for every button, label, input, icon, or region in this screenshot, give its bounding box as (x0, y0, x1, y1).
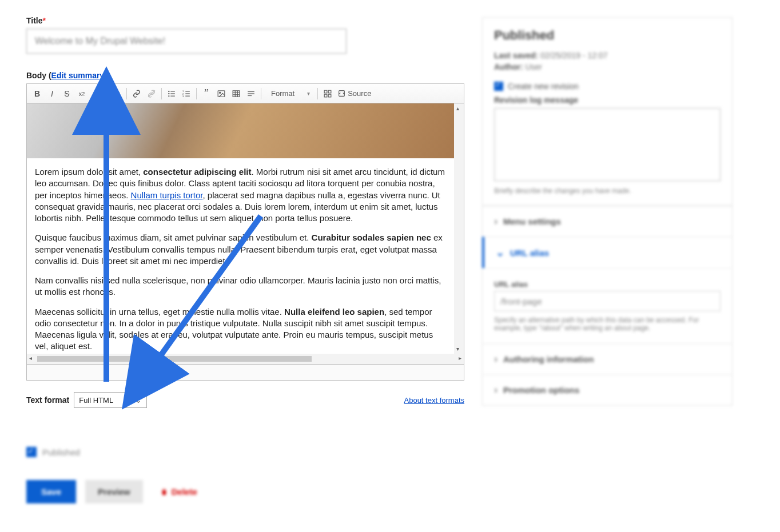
link-icon[interactable] (130, 87, 144, 101)
strike-icon[interactable]: S (60, 87, 74, 101)
published-checkbox-label: Published (42, 447, 80, 457)
revision-help: Briefly describe the changes you have ma… (494, 187, 721, 195)
svg-rect-12 (185, 95, 190, 96)
svg-rect-25 (324, 94, 327, 97)
svg-point-1 (168, 90, 169, 91)
url-alias-input[interactable] (494, 291, 721, 311)
editor-body[interactable]: Lorem ipsum dolor sit amet, consectetur … (27, 103, 464, 364)
checkbox-icon[interactable] (494, 82, 503, 91)
url-alias-accordion[interactable]: URL alias (482, 237, 732, 268)
url-alias-help: Specify an alternative path by which thi… (494, 316, 721, 332)
svg-point-14 (220, 92, 221, 93)
source-button[interactable]: Source (336, 87, 373, 101)
italic-icon[interactable]: I (45, 87, 59, 101)
svg-point-3 (168, 93, 169, 94)
bold-icon[interactable]: B (30, 87, 44, 101)
edit-summary-link[interactable]: Edit summary (51, 71, 105, 80)
editor: B I S x2 x2 Tx 123 ” (26, 83, 464, 381)
save-button[interactable]: Save (26, 480, 76, 503)
authoring-info-accordion[interactable]: Authoring information (483, 343, 732, 374)
svg-rect-4 (170, 93, 175, 94)
text-format-label: Text format (26, 395, 69, 405)
last-saved: Last saved: 02/25/2019 - 12:07 (494, 51, 721, 60)
unlink-icon (145, 87, 158, 101)
svg-rect-23 (324, 90, 327, 93)
svg-rect-8 (185, 91, 190, 91)
hr-icon[interactable] (244, 87, 258, 101)
bulleted-list-icon[interactable] (165, 87, 178, 101)
svg-rect-21 (248, 93, 254, 94)
sidebar: Published Last saved: 02/25/2019 - 12:07… (482, 17, 733, 406)
promotion-options-accordion[interactable]: Promotion options (483, 374, 732, 405)
hero-image (27, 103, 454, 158)
url-alias-body: URL alias Specify an alternative path by… (483, 268, 732, 343)
svg-rect-6 (170, 95, 175, 96)
svg-rect-26 (328, 94, 331, 97)
svg-point-5 (168, 95, 169, 96)
form-actions: Save Preview Delete (26, 480, 464, 503)
svg-rect-2 (170, 91, 175, 91)
status-heading: Published (494, 28, 721, 43)
show-blocks-icon[interactable] (321, 87, 335, 101)
scrollbar-horizontal[interactable]: ◂▸ (27, 354, 464, 364)
paragraph: Quisque faucibus maximus diam, sit amet … (35, 232, 446, 267)
text-format-select[interactable]: Full HTML (74, 392, 147, 408)
subscript-icon[interactable]: x2 (90, 87, 104, 101)
body-label: Body (Edit summary) (26, 71, 464, 80)
svg-rect-13 (218, 90, 225, 97)
published-checkbox-row[interactable]: Published (26, 447, 464, 457)
revision-log-label: Revision log message (494, 95, 721, 105)
svg-rect-22 (248, 95, 252, 95)
editor-toolbar: B I S x2 x2 Tx 123 ” (27, 84, 464, 103)
superscript-icon[interactable]: x2 (75, 87, 89, 101)
remove-format-icon[interactable]: Tx (110, 87, 124, 101)
svg-rect-15 (233, 90, 240, 97)
body-link[interactable]: Nullam turpis tortor (131, 190, 203, 200)
svg-rect-10 (185, 93, 190, 94)
author: Author: User (494, 62, 721, 71)
blockquote-text: Nam convallis nisi sed nulla scelerisque… (35, 275, 446, 298)
menu-settings-accordion[interactable]: Menu settings (483, 206, 732, 237)
editor-footer (27, 364, 464, 380)
table-icon[interactable] (229, 87, 243, 101)
revision-log-textarea[interactable] (494, 108, 721, 181)
svg-rect-20 (248, 91, 254, 91)
scrollbar-vertical[interactable]: ▴▾ (454, 103, 464, 354)
numbered-list-icon[interactable]: 123 (180, 87, 193, 101)
required-star: * (43, 16, 46, 25)
delete-button[interactable]: Delete (160, 487, 197, 497)
title-input[interactable] (26, 29, 347, 54)
create-revision-checkbox[interactable]: Create new revision (494, 82, 721, 91)
blockquote-icon[interactable]: ” (200, 87, 213, 101)
checkbox-icon[interactable] (26, 447, 37, 457)
preview-button[interactable]: Preview (85, 480, 143, 503)
svg-rect-24 (328, 90, 331, 93)
paragraph: Lorem ipsum dolor sit amet, consectetur … (35, 166, 446, 224)
title-label: Title* (26, 16, 464, 25)
url-alias-label: URL alias (494, 280, 721, 289)
image-icon[interactable] (214, 87, 228, 101)
paragraph: Maecenas sollicitudin urna tellus, eget … (35, 306, 446, 353)
format-dropdown[interactable]: Format (266, 87, 315, 101)
about-text-formats-link[interactable]: About text formats (404, 396, 465, 405)
svg-text:3: 3 (182, 95, 184, 98)
